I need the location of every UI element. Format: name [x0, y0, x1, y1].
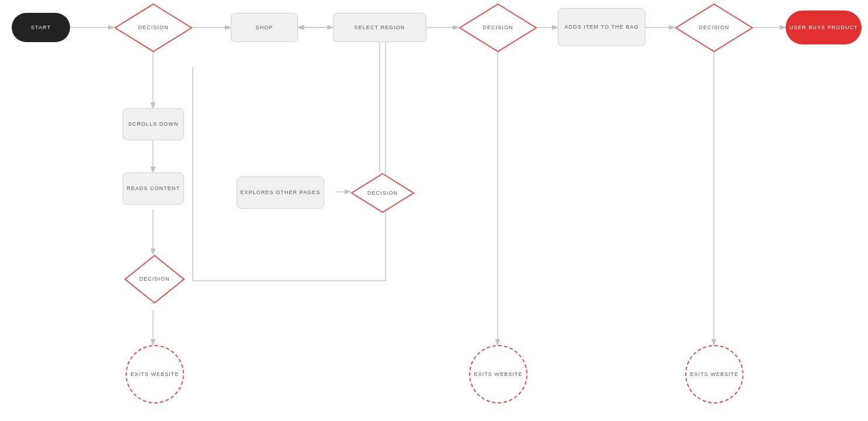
shop-node: SHOP: [231, 13, 298, 42]
adds-item-node: ADDS ITEM TO THE BAG: [558, 8, 645, 46]
flowchart: START DECISION SHOP SELECT REGION DECISI…: [0, 0, 868, 421]
select-region-node: SELECT REGION: [333, 13, 426, 42]
user-buys-node: USER BUYS PRODUCT: [786, 11, 862, 44]
exits3-node: EXITS WEBSITE: [685, 345, 744, 403]
decision1-node: DECISION: [114, 3, 193, 53]
exits2-node: EXITS WEBSITE: [469, 345, 527, 403]
start-node: START: [12, 13, 70, 42]
scrolls-down-node: SCROLLS DOWN: [123, 108, 184, 140]
exits1-node: EXITS WEBSITE: [126, 345, 184, 403]
decision5-node: DECISION: [675, 3, 754, 53]
explores-pages-node: EXPLORES OTHER PAGES: [237, 177, 324, 209]
reads-content-node: READS CONTENT: [123, 172, 184, 205]
decision4-node: DECISION: [124, 254, 185, 304]
decision2-node: DECISION: [459, 3, 537, 53]
decision3-node: DECISION: [350, 172, 415, 213]
